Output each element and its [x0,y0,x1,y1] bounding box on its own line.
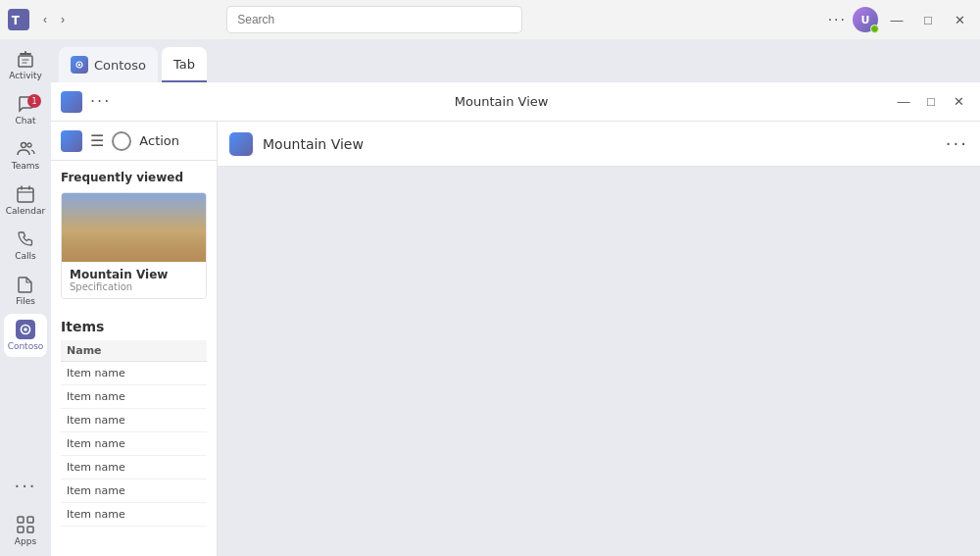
svg-rect-10 [27,517,33,523]
file-thumbnail [62,193,206,262]
contoso-icon [16,320,35,339]
item-name-cell: Item name [61,362,207,385]
title-bar-left: T [8,9,29,30]
item-name-cell: Item name [61,456,207,480]
table-row[interactable]: Item name [61,503,207,527]
sidebar-item-calls-label: Calls [15,251,36,261]
table-row[interactable]: Item name [61,480,207,503]
svg-rect-12 [27,527,33,532]
sidebar-item-activity[interactable]: Activity [4,43,47,86]
tab-tab-label: Tab [173,57,195,72]
sidebar-item-contoso[interactable]: Contoso [4,314,47,357]
file-type: Specification [70,281,198,292]
forward-button[interactable]: › [55,9,71,30]
svg-point-4 [27,143,31,147]
left-panel-logo-icon [61,130,82,152]
files-icon [16,275,35,294]
left-panel-toolbar: ☰ Action [51,122,217,161]
close-button[interactable]: ✕ [947,7,972,32]
left-panel: ☰ Action Frequently viewed [51,122,218,556]
svg-point-14 [78,64,80,66]
file-info: Mountain View Specification [62,262,206,298]
inner-minimize-button[interactable]: — [892,90,915,114]
right-panel-header: Mountain View ··· [218,122,980,167]
activity-icon [16,49,35,69]
sidebar-item-teams[interactable]: Teams [4,133,47,177]
sidebar-item-contoso-label: Contoso [8,341,44,351]
hamburger-button[interactable]: ☰ [90,131,104,150]
right-panel: Mountain View ··· [218,122,980,556]
inner-toolbar-title: Mountain View [119,94,884,109]
circle-button[interactable] [112,131,131,151]
sidebar-item-apps-label: Apps [15,536,36,546]
right-panel-logo-icon [229,132,253,156]
file-card-mountain-view[interactable]: Mountain View Specification [61,192,207,299]
inner-toolbar-logo-icon [61,91,82,113]
item-name-cell: Item name [61,503,207,527]
table-row[interactable]: Item name [61,432,207,456]
right-panel-dots-button[interactable]: ··· [946,133,968,154]
item-name-cell: Item name [61,432,207,456]
table-row[interactable]: Item name [61,456,207,480]
sidebar-item-activity-label: Activity [9,71,42,80]
inner-toolbar: ··· Mountain View — □ ✕ [51,82,980,122]
tab-contoso[interactable]: Contoso [59,47,158,82]
inner-toolbar-win-buttons: — □ ✕ [892,90,970,114]
sidebar-item-chat-label: Chat [15,116,35,126]
search-input[interactable] [227,7,521,32]
apps-icon [16,515,35,534]
sidebar-item-calls[interactable]: Calls [4,224,47,267]
item-name-cell: Item name [61,409,207,432]
sidebar-item-more[interactable]: ··· [4,464,47,507]
items-title: Items [61,319,207,334]
svg-rect-5 [18,188,33,202]
title-bar-right: ··· U — □ ✕ [828,7,972,32]
tab-tab[interactable]: Tab [162,47,207,82]
chat-badge: 1 [27,94,41,108]
inner-maximize-button[interactable]: □ [919,90,943,114]
back-button[interactable]: ‹ [37,9,53,30]
more-options-button[interactable]: ··· [828,11,847,28]
table-row[interactable]: Item name [61,362,207,385]
right-panel-title: Mountain View [263,136,936,152]
avatar: U [853,7,878,32]
sidebar-item-files[interactable]: Files [4,269,47,312]
right-panel-body [218,167,980,556]
file-thumbnail-overlay [62,232,206,262]
sidebar: Activity Chat 1 Teams [0,39,51,556]
table-row[interactable]: Item name [61,409,207,432]
more-dots: ··· [14,476,36,496]
items-section: Items Name Item nameItem nameItem nameIt… [51,309,217,536]
sidebar-item-calendar[interactable]: Calendar [4,178,47,222]
minimize-button[interactable]: — [884,7,909,32]
svg-rect-11 [18,527,24,532]
title-bar: T ‹ › ··· U — □ ✕ [0,0,980,39]
calls-icon [16,229,35,249]
frequently-viewed-title: Frequently viewed [61,171,207,184]
table-row[interactable]: Item name [61,385,207,409]
sidebar-item-chat[interactable]: Chat 1 [4,88,47,131]
items-table: Name Item nameItem nameItem nameItem nam… [61,340,207,527]
file-name: Mountain View [70,268,198,281]
tabs-bar: Contoso Tab [51,39,980,82]
app-body: Activity Chat 1 Teams [0,39,980,556]
maximize-button[interactable]: □ [915,7,941,32]
sidebar-item-files-label: Files [16,296,35,306]
tab-contoso-icon [71,56,88,74]
nav-buttons: ‹ › [37,9,71,30]
items-column-name: Name [61,340,207,362]
sidebar-item-teams-label: Teams [12,161,39,171]
frequently-viewed-section: Frequently viewed Mountain View Specific… [51,161,217,309]
content-area: Contoso Tab ··· Mountain View — □ ✕ [51,39,980,556]
sidebar-item-apps[interactable]: Apps [4,509,47,552]
inner-close-button[interactable]: ✕ [947,90,970,114]
main-content: ☰ Action Frequently viewed [51,122,980,556]
status-badge [870,25,879,33]
svg-rect-9 [18,517,24,523]
page-container: ··· Mountain View — □ ✕ ☰ Acti [51,82,980,556]
svg-point-3 [22,143,26,148]
inner-toolbar-dots-button[interactable]: ··· [90,92,111,111]
tab-contoso-label: Contoso [94,58,146,73]
calendar-icon [16,184,35,204]
item-name-cell: Item name [61,480,207,503]
